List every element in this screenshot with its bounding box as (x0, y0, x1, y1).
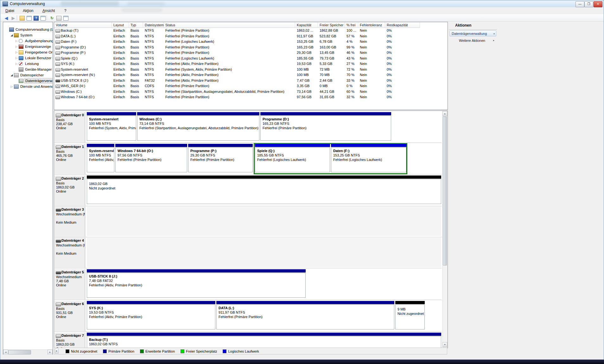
table-row[interactable]: Spiele (Q:)EinfachBasisNTFSFehlerfrei (L… (54, 56, 448, 61)
collapsed-arrow-icon[interactable]: ▷ (15, 55, 18, 61)
table-row[interactable]: Windows (C:)EinfachBasisNTFSFehlerfrei (… (54, 89, 448, 95)
disk-label-datentr-ger-4[interactable]: Datenträger 4Wechselmedium (I:)Kein Medi… (54, 238, 85, 268)
collapse-icon[interactable]: ▴ (493, 31, 495, 36)
partition-windows-c-[interactable]: Windows (C:)73,14 GB NTFSFehlerfrei (Sta… (137, 112, 259, 141)
tree-item-computerverwaltung-lokal-[interactable]: Computerverwaltung (Lokal) (3, 27, 53, 32)
minimize-button[interactable]: — (575, 1, 584, 7)
logical-color-bar (255, 144, 330, 147)
scrollbar-thumb[interactable] (443, 117, 447, 265)
table-row[interactable]: Windows 7 64-bit (O:)EinfachBasisNTFSFeh… (54, 94, 448, 100)
column-header-layout[interactable]: Layout (112, 22, 129, 28)
disk-vertical-scrollbar[interactable]: ▴ ▾ (442, 111, 448, 347)
partition-system-reserviert[interactable]: System-reserviert100 MB NTFSFehlerfrei (… (87, 112, 136, 141)
collapsed-arrow-icon[interactable]: ▷ (15, 38, 18, 44)
taskbar[interactable] (0, 360, 604, 364)
column-header-restkapazitt[interactable]: Restkapazität (385, 22, 420, 28)
disk-label-datentr-ger-3[interactable]: Datenträger 3Wechselmedium (MKein Medium (54, 207, 85, 237)
close-button[interactable]: ✕ (594, 1, 602, 7)
up-one-level-button[interactable] (19, 15, 26, 21)
partition-backup-t-[interactable]: Backup (T:)1863,02 GB NTFS (87, 333, 441, 348)
table-row[interactable]: Programme (D:)EinfachBasisNTFSFehlerfrei… (54, 45, 448, 50)
help-button[interactable]: ? (33, 15, 40, 21)
tree-item-aufgabenplanung[interactable]: ▷Aufgabenplanung (3, 38, 53, 44)
more-actions-item[interactable]: Weitere Aktionen ▸ (449, 38, 496, 43)
scroll-up-icon[interactable]: ▴ (442, 111, 447, 116)
partition-sys-k-[interactable]: SYS (K:)19,53 GB NTFSFehlerfrei (Aktiv, … (87, 301, 215, 330)
tree-item-datenspeicher[interactable]: ◢Datenspeicher (3, 72, 53, 78)
collapsed-arrow-icon[interactable]: ▷ (15, 61, 18, 67)
menu-?[interactable]: ? (62, 7, 69, 14)
cell: Nein (358, 56, 385, 61)
menu-datei[interactable]: Datei (3, 7, 17, 14)
table-row[interactable]: System-reserviert (N:)EinfachBasisNTFSFe… (54, 72, 448, 78)
expanded-arrow-icon[interactable]: ◢ (10, 72, 14, 78)
scroll-right-icon[interactable]: ▸ (48, 350, 53, 355)
scroll-left-icon[interactable]: ◂ (3, 350, 8, 355)
scrollbar-thumb[interactable] (8, 350, 31, 354)
forward-button[interactable]: ▶ (10, 15, 17, 21)
properties-button[interactable] (55, 15, 62, 21)
column-header-freierspeicher[interactable]: Freier Speicher (318, 22, 345, 28)
tree-item-freigegebene-ordner[interactable]: ▷Freigegebene Ordner (3, 49, 53, 55)
tree-item-lokale-benutzer-und-gr[interactable]: ▷Lokale Benutzer und Gr (3, 55, 53, 61)
column-header-frei[interactable]: % frei (345, 22, 358, 28)
table-row[interactable]: Backup (T:)EinfachBasisNTFSFehlerfrei (P… (54, 28, 448, 34)
disk-drive-icon (56, 334, 61, 338)
partition-name: USB-STICK 8 (J:) (89, 274, 117, 278)
collapsed-arrow-icon[interactable]: ▷ (15, 44, 18, 49)
table-row[interactable]: USB-STICK 8 (J:)EinfachBasisFAT32Fehlerf… (54, 78, 448, 84)
title-bar[interactable]: Computerverwaltung — ❐ ✕ (0, 0, 604, 8)
menu-aktion[interactable]: Aktion (20, 7, 36, 14)
column-header-fehlertoleranz[interactable]: Fehlertoleranz (358, 22, 385, 28)
console-tree-button[interactable] (26, 15, 33, 21)
partition-windows-7-64-bit-o-[interactable]: Windows 7 64-bit (O:)97,56 GB NTFSFehler… (115, 144, 187, 173)
table-row[interactable]: DATA (L:)EinfachBasisNTFSFehlerfrei (Pri… (54, 34, 448, 39)
column-header-status[interactable]: Status (164, 22, 295, 28)
disk-label-datentr-ger-2[interactable]: Datenträger 2Basis1863,02 GBOnline (54, 176, 85, 206)
table-row[interactable]: SYS (K:)EinfachBasisNTFSFehlerfrei (Akti… (54, 61, 448, 67)
column-header-volume[interactable]: Volume (54, 22, 112, 28)
disk-label-datentr-ger-6[interactable]: Datenträger 6Basis931,51 GBOnline (54, 301, 85, 331)
tree-item-label: Geräte-Manager (24, 67, 53, 72)
disk-label-datentr-ger-7[interactable]: Datenträger 7Basis1863,03 GBOnline (54, 333, 85, 348)
tree-item-ereignisanzeige[interactable]: ▷Ereignisanzeige (3, 44, 53, 49)
refresh-button[interactable]: ↻ (48, 15, 55, 21)
partition-usb-stick-8-j-[interactable]: USB-STICK 8 (J:)7,48 GB FAT32Fehlerfrei … (87, 269, 306, 298)
disk-label-datentr-ger-5[interactable]: Datenträger 5Wechselmedium7,48 GBOnline (54, 269, 85, 299)
tree-horizontal-scrollbar[interactable]: ◂ ▸ (3, 349, 53, 355)
tree-item-ger-te-manager[interactable]: Geräte-Manager (3, 67, 53, 72)
menu-ansicht[interactable]: Ansicht (40, 7, 57, 14)
tree-item-leistung[interactable]: ▷Leistung (3, 61, 53, 67)
back-button[interactable]: ◀ (3, 15, 10, 21)
partition-daten-f-[interactable]: Daten (F:)153,25 GB NTFSFehlerfrei (Logi… (331, 144, 406, 173)
tree-item-datentr-gerverwaltung[interactable]: Datenträgerverwaltung (3, 78, 53, 84)
cell: Fehlerfrei (Aktiv, Primäre Partition) (164, 61, 295, 67)
scroll-down-icon[interactable]: ▾ (442, 342, 447, 347)
table-row[interactable]: System-reserviertEinfachBasisNTFSFehlerf… (54, 67, 448, 73)
tree-item-dienste-und-anwendungen[interactable]: ▷Dienste und Anwendungen (3, 84, 53, 89)
expanded-arrow-icon[interactable]: ◢ (10, 32, 14, 38)
table-row[interactable]: Programme (P:)EinfachBasisNTFSFehlerfrei… (54, 50, 448, 56)
column-header-kapazitt[interactable]: Kapazität (295, 22, 318, 28)
partition-programme-d-[interactable]: Programme (D:)165,23 GB NTFSFehlerfrei (… (260, 112, 391, 141)
tree-item-system[interactable]: ◢System (3, 32, 53, 38)
disk-label-datentr-ger-0[interactable]: Datenträger 0Basis238,47 GBOnline (54, 112, 85, 142)
partition-1863-02-gb[interactable]: 1863,02 GBNicht zugeordnet (87, 176, 441, 205)
disk-label-datentr-ger-1[interactable]: Datenträger 1Basis465,76 GBOnline (54, 144, 85, 174)
table-row[interactable]: WHS_GER (H:)EinfachBasisCDFSFehlerfrei (… (54, 83, 448, 89)
table-row[interactable]: Daten (F:)EinfachBasisNTFSFehlerfrei (Lo… (54, 39, 448, 45)
collapsed-arrow-icon[interactable]: ▷ (10, 84, 14, 89)
collapsed-arrow-icon[interactable]: ▷ (15, 49, 18, 55)
maximize-button[interactable]: ❐ (584, 1, 593, 7)
partition-programme-p-[interactable]: Programme (P:)29,30 GB NTFSFehlerfrei (P… (188, 144, 253, 173)
preview-pane-button[interactable] (40, 15, 47, 21)
column-header-typ[interactable]: Typ (129, 22, 143, 28)
partition-spiele-q-[interactable]: Spiele (Q:)185,55 GB NTFSFehlerfrei (Log… (255, 144, 330, 173)
column-header-dateisystem[interactable]: Dateisystem (143, 22, 164, 28)
actions-section-diskmanagement[interactable]: Datenträgerverwaltung ▴ (449, 30, 496, 36)
partition-system-reservier[interactable]: System-reservier100 MB NTFSFehlerfrei (A… (87, 144, 114, 173)
legend-scroll-icon[interactable]: ▸ (55, 348, 59, 354)
partition-data-l-[interactable]: DATA (L:)911,97 GB NTFSFehlerfrei (Primä… (216, 301, 394, 330)
partition-9-mb[interactable]: 9 MBNicht zugeordnet (395, 301, 425, 330)
export-list-button[interactable] (62, 15, 69, 21)
